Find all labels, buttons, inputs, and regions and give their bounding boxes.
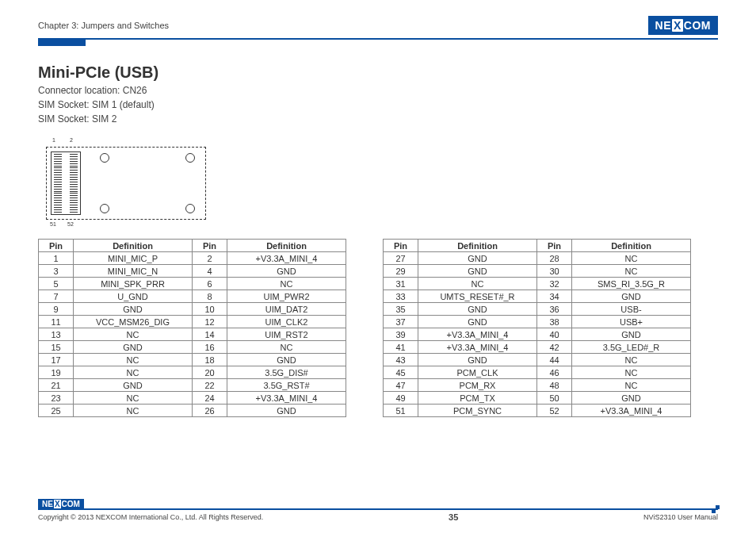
table-cell: 7 xyxy=(39,290,74,303)
table-cell: 3 xyxy=(39,265,74,278)
table-cell: 51 xyxy=(384,405,418,417)
table-row: 7U_GND8UIM_PWR2 xyxy=(39,290,346,303)
table-cell: GND xyxy=(227,405,346,417)
pin-label-1: 1 xyxy=(52,137,55,143)
table-cell: GND xyxy=(418,354,537,366)
table-cell: NC xyxy=(227,341,346,354)
table-cell: GND xyxy=(74,379,193,392)
table-cell: NC xyxy=(572,252,691,265)
table-cell: GND xyxy=(572,290,691,303)
table-row: 9GND10UIM_DAT2 xyxy=(39,303,346,316)
table-cell: GND xyxy=(227,354,346,366)
table-cell: MINI_SPK_PRR xyxy=(74,278,193,290)
table-row: 39+V3.3A_MINI_440GND xyxy=(384,328,691,341)
table-cell: GND xyxy=(418,303,537,316)
table-cell: GND xyxy=(227,265,346,278)
table-cell: +V3.3A_MINI_4 xyxy=(227,252,346,265)
table-cell: 8 xyxy=(193,290,227,303)
table-cell: 39 xyxy=(384,328,418,341)
table-cell: SMS_RI_3.5G_R xyxy=(572,278,691,290)
connector-body xyxy=(51,151,81,215)
table-cell: 29 xyxy=(384,265,418,278)
col-header: Definition xyxy=(418,240,537,252)
table-cell: U_GND xyxy=(74,290,193,303)
table-cell: UIM_DAT2 xyxy=(227,303,346,316)
pin-table-right: Pin Definition Pin Definition 27GND28NC2… xyxy=(383,239,691,417)
mount-hole xyxy=(100,204,109,213)
table-cell: 43 xyxy=(384,354,418,366)
table-cell: PCM_CLK xyxy=(418,366,537,379)
table-row: 43GND44NC xyxy=(384,354,691,366)
table-row: 23NC24+V3.3A_MINI_4 xyxy=(39,392,346,405)
table-cell: 15 xyxy=(39,341,74,354)
table-cell: 28 xyxy=(537,252,572,265)
table-cell: 41 xyxy=(384,341,418,354)
table-cell: GND xyxy=(572,328,691,341)
table-row: 35GND36USB- xyxy=(384,303,691,316)
table-cell: 34 xyxy=(537,290,572,303)
col-header: Definition xyxy=(74,240,193,252)
copyright-text: Copyright © 2013 NEXCOM International Co… xyxy=(38,513,263,521)
table-cell: 46 xyxy=(537,366,572,379)
table-cell: NC xyxy=(572,379,691,392)
table-cell: 50 xyxy=(537,392,572,405)
table-cell: 23 xyxy=(39,392,74,405)
table-cell: 11 xyxy=(39,316,74,328)
table-cell: NC xyxy=(74,354,193,366)
table-cell: 20 xyxy=(193,366,227,379)
table-cell: GND xyxy=(74,303,193,316)
table-row: 41+V3.3A_MINI_4423.5G_LED#_R xyxy=(384,341,691,354)
table-cell: 4 xyxy=(193,265,227,278)
table-cell: 18 xyxy=(193,354,227,366)
table-cell: 6 xyxy=(193,278,227,290)
table-row: 1MINI_MIC_P2+V3.3A_MINI_4 xyxy=(39,252,346,265)
table-cell: +V3.3A_MINI_4 xyxy=(418,328,537,341)
table-row: 17NC18GND xyxy=(39,354,346,366)
table-cell: +V3.3A_MINI_4 xyxy=(227,392,346,405)
connector-diagram: 1 2 51 52 xyxy=(38,136,212,229)
table-cell: NC xyxy=(227,278,346,290)
table-cell: 14 xyxy=(193,328,227,341)
pin-column-left xyxy=(54,154,62,213)
table-cell: NC xyxy=(74,328,193,341)
table-row: 13NC14UIM_RST2 xyxy=(39,328,346,341)
table-cell: GND xyxy=(418,265,537,278)
table-cell: 31 xyxy=(384,278,418,290)
table-cell: 44 xyxy=(537,354,572,366)
table-cell: UIM_RST2 xyxy=(227,328,346,341)
page-number: 35 xyxy=(449,512,458,522)
table-cell: 22 xyxy=(193,379,227,392)
table-row: 3MINI_MIC_N4GND xyxy=(39,265,346,278)
col-header: Definition xyxy=(572,240,691,252)
footer-logo: NEXCOM xyxy=(38,499,84,509)
table-cell: UIM_PWR2 xyxy=(227,290,346,303)
table-cell: 45 xyxy=(384,366,418,379)
table-cell: 1 xyxy=(39,252,74,265)
footer-rule xyxy=(38,508,718,510)
pin-label-52: 52 xyxy=(67,221,74,227)
table-row: 45PCM_CLK46NC xyxy=(384,366,691,379)
table-cell: 40 xyxy=(537,328,572,341)
table-row: 21GND223.5G_RST# xyxy=(39,379,346,392)
table-cell: GND xyxy=(418,252,537,265)
subtitle-line: SIM Socket: SIM 1 (default) xyxy=(38,98,718,112)
table-row: 37GND38USB+ xyxy=(384,316,691,328)
table-cell: 33 xyxy=(384,290,418,303)
table-cell: 3.5G_DIS# xyxy=(227,366,346,379)
table-cell: 36 xyxy=(537,303,572,316)
table-cell: +V3.3A_MINI_4 xyxy=(572,405,691,417)
table-cell: VCC_MSM26_DIG xyxy=(74,316,193,328)
table-cell: 10 xyxy=(193,303,227,316)
pin-label-51: 51 xyxy=(50,221,56,227)
table-cell: NC xyxy=(572,265,691,278)
section-title: Mini-PCIe (USB) xyxy=(38,63,718,82)
pin-column-right xyxy=(70,154,78,213)
table-cell: USB- xyxy=(572,303,691,316)
table-row: 47PCM_RX48NC xyxy=(384,379,691,392)
pin-table-left: Pin Definition Pin Definition 1MINI_MIC_… xyxy=(38,239,346,417)
table-row: 25NC26GND xyxy=(39,405,346,417)
table-cell: 48 xyxy=(537,379,572,392)
chapter-title: Chapter 3: Jumpers and Switches xyxy=(38,21,169,30)
table-cell: NC xyxy=(74,392,193,405)
table-cell: PCM_RX xyxy=(418,379,537,392)
